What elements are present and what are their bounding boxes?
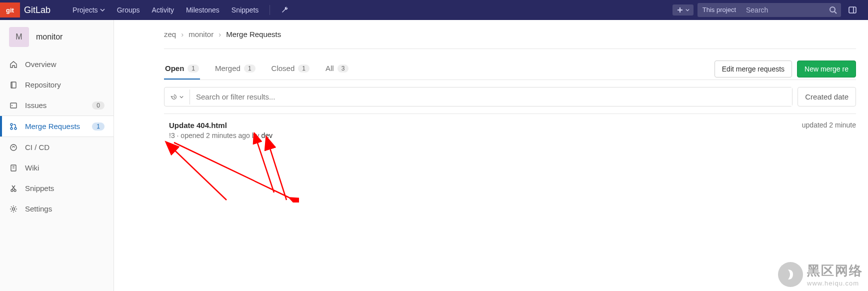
watermark-title: 黑区网络 xyxy=(807,262,863,280)
gear-icon xyxy=(9,205,18,213)
watermark: 黑区网络 www.heiqu.com xyxy=(778,262,863,287)
svg-rect-1 xyxy=(849,7,856,13)
breadcrumb-root[interactable]: zeq xyxy=(164,30,176,38)
watermark-url: www.heiqu.com xyxy=(807,280,863,287)
breadcrumb: zeq › monitor › Merge Requests xyxy=(164,20,856,48)
tab-merged[interactable]: Merged 1 xyxy=(214,58,256,80)
tabs-actions: Edit merge requests New merge re xyxy=(714,60,856,78)
sidebar-item-repository[interactable]: Repository xyxy=(0,74,114,95)
wiki-icon xyxy=(9,164,18,172)
header-divider xyxy=(270,5,270,15)
sidebar-item-label: Merge Requests xyxy=(25,122,80,130)
merge-request-author[interactable]: dev xyxy=(261,132,272,140)
project-header[interactable]: M monitor xyxy=(0,20,114,54)
sidebar-item-label: CI / CD xyxy=(25,143,50,152)
search-input[interactable] xyxy=(741,3,841,17)
search-icon[interactable] xyxy=(829,6,837,14)
merge-request-opened-text: · opened 2 minutes ago by xyxy=(175,132,262,140)
sidebar-item-snippets[interactable]: Snippets xyxy=(0,178,114,198)
search-wrapper: This project xyxy=(698,3,841,17)
history-icon xyxy=(170,94,178,100)
filter-input[interactable] xyxy=(190,88,792,106)
nav-milestones[interactable]: Milestones xyxy=(180,1,226,19)
sidebar-item-cicd[interactable]: CI / CD xyxy=(0,137,114,158)
tab-all[interactable]: All 3 xyxy=(324,58,350,80)
home-icon xyxy=(9,60,18,68)
plus-icon xyxy=(676,6,684,14)
sidebar-item-label: Overview xyxy=(25,60,56,68)
mr-tabs: Open 1 Merged 1 Closed 1 All 3 xyxy=(164,58,350,80)
cicd-icon xyxy=(9,144,18,152)
nav-projects-label: Projects xyxy=(72,6,98,14)
issues-count-badge: 0 xyxy=(92,102,104,110)
chevron-down-icon xyxy=(686,8,690,12)
merge-request-meta: !3 · opened 2 minutes ago by dev xyxy=(169,132,272,140)
edit-merge-requests-button[interactable]: Edit merge requests xyxy=(714,60,792,78)
search-history-button[interactable] xyxy=(164,90,190,104)
merge-request-title[interactable]: Update 404.html xyxy=(169,121,272,130)
filter-row: Created date xyxy=(164,80,856,114)
project-name: monitor xyxy=(36,32,62,42)
nav-groups[interactable]: Groups xyxy=(111,1,146,19)
chevron-down-icon xyxy=(100,8,105,12)
svg-point-7 xyxy=(10,124,12,126)
tab-count: 1 xyxy=(298,64,310,72)
sidebar-item-issues[interactable]: Issues 0 xyxy=(0,95,114,116)
merge-request-list: Update 404.html !3 · opened 2 minutes ag… xyxy=(164,114,856,146)
brand-logo[interactable]: git GitLab xyxy=(0,2,58,18)
sidebar-toggle-icon[interactable] xyxy=(845,6,860,14)
breadcrumb-project[interactable]: monitor xyxy=(188,30,214,38)
tabs-row: Open 1 Merged 1 Closed 1 All 3 Edit merg… xyxy=(164,49,856,80)
breadcrumb-current: Merge Requests xyxy=(226,30,281,38)
svg-rect-5 xyxy=(10,103,16,108)
svg-point-15 xyxy=(14,190,16,192)
svg-point-16 xyxy=(12,208,15,210)
watermark-icon xyxy=(778,262,803,287)
merge-request-icon xyxy=(9,122,18,130)
nav-activity[interactable]: Activity xyxy=(146,1,180,19)
top-navbar: git GitLab Projects Groups Activity Mile… xyxy=(0,0,868,20)
sidebar-item-label: Issues xyxy=(25,101,46,110)
snippets-icon xyxy=(9,184,18,192)
sidebar-item-wiki[interactable]: Wiki xyxy=(0,158,114,178)
tab-count: 3 xyxy=(338,64,349,72)
sidebar-item-label: Wiki xyxy=(25,164,39,172)
main-content: zeq › monitor › Merge Requests Open 1 Me… xyxy=(114,20,868,291)
gitlab-logo-icon: git xyxy=(0,2,20,18)
chevron-down-icon xyxy=(180,95,184,99)
sidebar-item-label: Repository xyxy=(25,80,61,89)
nav-snippets[interactable]: Snippets xyxy=(226,1,264,19)
breadcrumb-separator: › xyxy=(181,30,184,38)
sidebar-item-label: Settings xyxy=(25,204,52,213)
svg-point-9 xyxy=(14,128,16,130)
sidebar-item-overview[interactable]: Overview xyxy=(0,54,114,74)
tab-closed[interactable]: Closed 1 xyxy=(270,58,310,80)
tab-open[interactable]: Open 1 xyxy=(164,58,200,80)
svg-line-21 xyxy=(166,142,226,200)
admin-wrench-icon[interactable] xyxy=(275,1,295,19)
svg-point-0 xyxy=(830,7,835,12)
breadcrumb-separator: › xyxy=(218,30,221,38)
new-dropdown-button[interactable] xyxy=(672,4,694,16)
svg-point-10 xyxy=(10,144,16,150)
search-scope[interactable]: This project xyxy=(698,3,741,17)
sort-dropdown[interactable]: Created date xyxy=(798,87,856,106)
tab-label: Closed xyxy=(272,64,295,72)
nav-projects[interactable]: Projects xyxy=(66,1,111,19)
sidebar-item-merge-requests[interactable]: Merge Requests 1 xyxy=(0,116,114,137)
merge-request-item: Update 404.html !3 · opened 2 minutes ag… xyxy=(164,114,856,146)
svg-line-22 xyxy=(266,138,286,200)
filter-box xyxy=(164,87,792,106)
merge-request-id: !3 xyxy=(169,132,175,140)
merge-request-updated: updated 2 minute xyxy=(802,121,856,129)
header-right: This project xyxy=(672,3,860,17)
svg-line-18 xyxy=(174,142,289,198)
issues-icon xyxy=(9,102,18,110)
merge-requests-count-badge: 1 xyxy=(92,122,104,130)
sidebar-item-settings[interactable]: Settings xyxy=(0,198,114,219)
project-sidebar: M monitor Overview Repository Issues 0 M… xyxy=(0,20,114,291)
tab-count: 1 xyxy=(188,64,199,72)
sidebar-item-label: Snippets xyxy=(25,184,54,192)
tab-label: All xyxy=(326,64,334,72)
new-merge-request-button[interactable]: New merge re xyxy=(797,60,856,78)
